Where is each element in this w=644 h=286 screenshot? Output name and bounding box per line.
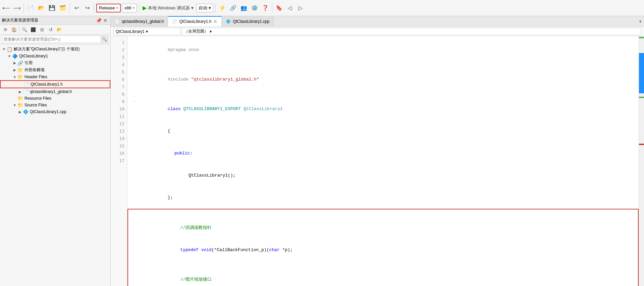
line-num-10: 10 — [111, 105, 127, 113]
tree-item-global-h[interactable]: ▶ 📄 qtclasslibrary1_global.h — [0, 88, 110, 95]
toolbar: ⟵ ⟶ 📄 📂 💾 🗂️ ↩ ↪ Release ▾ x86 ▾ ▶ 本地 Wi… — [0, 0, 644, 16]
perf-btn[interactable]: ⚡ — [218, 3, 227, 13]
code-text-1: #pragma once — [136, 39, 635, 61]
source-files-arrow[interactable]: ▼ — [12, 103, 17, 107]
run-triangle: ▶ — [143, 5, 147, 11]
line-num-11: 11 — [111, 113, 127, 120]
code-line-3: #include "qtclasslibrary1_global.h" — [131, 68, 635, 91]
platform-dropdown-arrow: ▾ — [133, 6, 135, 10]
settings-btn[interactable]: ⚙️ — [250, 3, 259, 13]
filter-btn[interactable]: 🔍 — [20, 26, 29, 33]
breadcrumb-class-arrow: ▾ — [146, 29, 148, 34]
line-num-12: 12 — [111, 120, 127, 128]
tab-qtclasslibrary1-h-icon: 📄 — [172, 19, 177, 24]
sep2 — [69, 3, 70, 13]
cpp-arrow[interactable]: ▶ — [17, 110, 23, 114]
breadcrumb-class-label: QtClassLibrary1 — [116, 29, 145, 34]
tab-global-h[interactable]: 📄 qtclasslibrary1_global.h — [111, 16, 168, 27]
tab-overflow-btn[interactable]: ▾ — [638, 19, 643, 24]
auto-dropdown[interactable]: 自动 ▾ — [196, 4, 213, 12]
line-num-7: 7 — [111, 83, 127, 91]
tree-item-cpp[interactable]: ▶ 💠 QtClassLibrary1.cpp — [0, 108, 110, 115]
sync-btn[interactable]: ⟳ — [1, 26, 9, 33]
nav1-btn[interactable]: ◁ — [285, 3, 294, 13]
sidebar-close-icon[interactable]: ✕ — [102, 18, 108, 23]
line-num-6: 6 — [111, 76, 127, 83]
breadcrumb-class-dropdown[interactable]: QtClassLibrary1 ▾ — [113, 28, 180, 35]
global-h-arrow[interactable]: ▶ — [17, 90, 23, 94]
indicator-green-top — [639, 37, 644, 38]
nav2-btn[interactable]: ▷ — [296, 3, 305, 13]
back-btn[interactable]: ⟵ — [1, 3, 11, 13]
tree-item-solution[interactable]: ▼ 📋 解决方案"QtClassLibrary1"(1 个项目) — [0, 46, 110, 53]
config-label: Release — [99, 5, 115, 10]
open-file-btn[interactable]: 📂 — [37, 3, 46, 13]
code-text-14: //图片缩放接口 — [137, 269, 634, 286]
open-brace: { — [168, 129, 170, 134]
redo-btn[interactable]: ↪ — [83, 3, 92, 13]
tree-item-references[interactable]: ▶ 🔗 引用 — [0, 59, 110, 66]
code-text-5: class QTCLASSLIBRARY1_EXPORT QtClassLibr… — [136, 98, 635, 120]
show-files-btn[interactable]: 📂 — [55, 26, 63, 33]
source-files-icon: 📁 — [17, 102, 23, 108]
sep3 — [94, 3, 94, 13]
tree-item-header-files[interactable]: ▼ 📁 Header Files — [0, 74, 110, 80]
tab-cpp[interactable]: 💠 QtClassLibrary1.cpp — [222, 16, 274, 27]
code-line-8: QtClassLibrary1(); — [131, 164, 635, 187]
code-text-6: { — [136, 120, 635, 142]
header-files-arrow[interactable]: ▼ — [12, 75, 17, 79]
home-btn[interactable]: 🏠 — [10, 26, 18, 33]
project-arrow[interactable]: ▼ — [7, 54, 12, 58]
breadcrumb-scope-dropdown[interactable]: （全局范围） ▾ — [182, 28, 641, 35]
sidebar-pin-icon[interactable]: 📌 — [96, 18, 102, 23]
code-content[interactable]: #pragma once #include "qtclasslibrary1_g… — [127, 36, 639, 286]
code-text-13 — [137, 261, 634, 269]
run-button[interactable]: ▶ 本地 Windows 调试器 ▾ — [141, 4, 195, 12]
right-indicator[interactable] — [639, 36, 644, 286]
auto-dropdown-arrow: ▾ — [209, 5, 211, 10]
bookmark-btn[interactable]: 🔖 — [274, 3, 284, 13]
solution-arrow[interactable]: ▼ — [1, 47, 7, 51]
forward-btn[interactable]: ⟶ — [12, 3, 21, 13]
tab-close-qtclasslibrary1-h[interactable]: ✕ — [213, 19, 217, 24]
global-h-icon: 📄 — [23, 89, 29, 94]
code-text-3: #include "qtclasslibrary1_global.h" — [136, 68, 635, 91]
tree-item-external[interactable]: ▶ 📁 外部依赖项 — [0, 66, 110, 74]
code-line-11: //回调函数指针 — [132, 217, 634, 239]
attach-btn[interactable]: 🔗 — [228, 3, 238, 13]
search-icon[interactable]: 🔍 — [101, 36, 108, 43]
line-num-4: 4 — [111, 61, 127, 68]
save-all-btn[interactable]: 🗂️ — [58, 3, 67, 13]
typedef-tail: *p); — [280, 247, 293, 252]
refresh-btn[interactable]: ↺ — [47, 26, 55, 33]
collapse-icon-5[interactable]: − — [133, 98, 135, 105]
code-line-1: #pragma once — [131, 39, 635, 61]
tree-item-source-files[interactable]: ▼ 📁 Source Files — [0, 102, 110, 108]
line-num-8: 8 — [111, 91, 127, 98]
team-btn[interactable]: 👥 — [239, 3, 249, 13]
config-dropdown[interactable]: Release ▾ — [96, 4, 121, 12]
platform-dropdown[interactable]: x86 ▾ — [122, 4, 137, 12]
code-line-10 — [132, 209, 634, 217]
code-line-4 — [131, 91, 635, 98]
tab-qtclasslibrary1-h[interactable]: 📄 QtClassLibrary1.h ✕ — [168, 16, 222, 27]
references-arrow[interactable]: ▶ — [12, 61, 17, 65]
line-num-13: 13 — [111, 128, 127, 135]
void-kw: void — [201, 247, 212, 252]
save-btn[interactable]: 💾 — [47, 3, 57, 13]
line-num-3: 3 — [111, 54, 127, 61]
constructor-token: QtClassLibrary1(); — [168, 173, 236, 178]
expand-btn[interactable]: ⬛ — [29, 26, 37, 33]
external-arrow[interactable]: ▶ — [12, 68, 17, 72]
solution-icon: 📋 — [7, 47, 12, 52]
tree-item-resource-files[interactable]: 📁 Resource Files — [0, 95, 110, 102]
new-file-btn[interactable]: 📄 — [26, 3, 35, 13]
help-btn[interactable]: ❓ — [261, 3, 270, 13]
run-dropdown-arrow: ▾ — [191, 5, 194, 10]
config-dropdown-arrow: ▾ — [116, 6, 118, 10]
undo-btn[interactable]: ↩ — [72, 3, 81, 13]
search-input[interactable] — [2, 36, 101, 43]
tree-item-qtclasslibrary1-h[interactable]: 📄 QtClassLibrary1.h — [0, 80, 110, 88]
tree-item-project[interactable]: ▼ 🔷 QtClassLibrary1 — [0, 53, 110, 59]
collapse-btn[interactable]: ⊟ — [38, 26, 46, 33]
